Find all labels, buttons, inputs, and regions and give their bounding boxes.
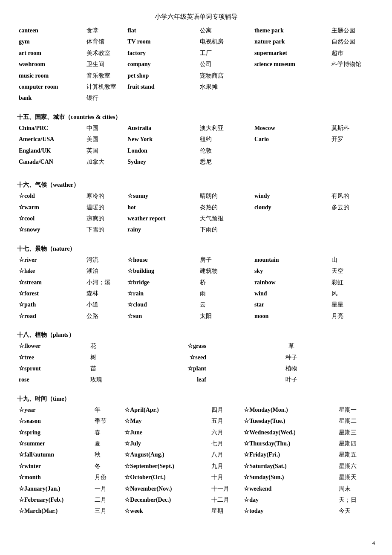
vocab-cell: 草 (256, 341, 327, 352)
vocab-cell: ☆road (17, 311, 85, 322)
vocab-cell: 太阳 (198, 311, 253, 322)
vocab-cell (208, 341, 256, 352)
vocab-cell: 体育馆 (85, 36, 126, 47)
vocab-cell: Cario (253, 134, 330, 145)
vocab-cell: weather report (126, 213, 198, 224)
table-row: ☆lake湖泊☆building建筑物sky天空 (17, 266, 375, 277)
vocab-cell: 加拿大 (85, 156, 126, 168)
vocab-cell: ☆July (123, 438, 210, 449)
vocab-cell: moon (253, 311, 330, 322)
vocab-cell: ☆path (17, 299, 85, 310)
section19-table: ☆year年☆April(Apr.)四月☆Monday(Mon.)星期一☆sea… (17, 405, 375, 517)
vocab-cell: 一月 (93, 483, 123, 494)
vocab-cell: gym (17, 36, 85, 47)
vocab-cell (327, 341, 375, 352)
section18-header: 十八、植物（plants） (17, 326, 375, 341)
vocab-cell: 美术教室 (85, 48, 126, 59)
vocab-cell: sky (253, 266, 330, 277)
vocab-cell: 湖泊 (85, 266, 126, 277)
vocab-cell: 卫生间 (85, 59, 126, 70)
vocab-cell: 公寓 (198, 25, 253, 36)
table-row: ☆road公路☆sun太阳moon月亮 (17, 311, 375, 322)
vocab-cell: ☆December(Dec.) (123, 494, 210, 506)
table-row: ☆month月份☆October(Oct.)十月☆Sunday(Sun.)星期天 (17, 472, 375, 483)
vocab-cell: 开罗 (330, 134, 375, 145)
section16-header: 十六、气候（weather） (17, 176, 375, 191)
page-title: 小学六年级英语单词专项辅导 (17, 13, 375, 21)
vocab-cell (330, 224, 375, 235)
vocab-cell: 今天 (337, 506, 375, 517)
vocab-cell: 澳大利亚 (198, 123, 253, 134)
vocab-cell: 自然公园 (330, 36, 375, 47)
vocab-cell: pet shop (126, 70, 198, 81)
vocab-cell: ☆season (17, 416, 93, 427)
vocab-cell: 四月 (210, 405, 242, 416)
vocab-cell: 星期二 (337, 416, 375, 427)
vocab-cell: ☆March(Mar.) (17, 506, 93, 517)
vocab-cell: ☆flower (17, 341, 89, 352)
table-row: ☆river河流☆house房子mountain山 (17, 254, 375, 266)
vocab-cell: ☆spring (17, 427, 93, 438)
vocab-cell: 公路 (85, 311, 126, 322)
table-row: ☆cold寒冷的☆sunny晴朗的windy有风的 (17, 191, 375, 202)
vocab-cell: 星星 (330, 299, 375, 310)
vocab-cell: 晴朗的 (198, 191, 253, 202)
vocab-cell: ☆Tuesday(Tue.) (242, 416, 337, 427)
vocab-cell: 天；日 (337, 494, 375, 506)
vocab-cell: 十月 (210, 472, 242, 483)
vocab-cell: 炎热的 (198, 202, 253, 213)
vocab-cell (253, 70, 330, 81)
vocab-cell: London (126, 145, 198, 156)
vocab-cell: 多云的 (330, 202, 375, 213)
vocab-cell: 十一月 (210, 483, 242, 494)
vocab-cell (330, 92, 375, 104)
vocab-cell: 天气预报 (198, 213, 253, 224)
vocab-cell: ☆sun (126, 311, 198, 322)
vocab-cell: 春 (93, 427, 123, 438)
table-row: bank银行 (17, 92, 375, 104)
table-row: washroom卫生间company公司science museum科学博物馆 (17, 59, 375, 70)
vocab-cell: ☆sprout (17, 363, 89, 374)
vocab-cell: rose (17, 374, 89, 385)
vocab-cell: 三月 (93, 506, 123, 517)
vocab-cell: ☆winter (17, 461, 93, 472)
table-row: ☆flower花☆grass草 (17, 341, 375, 352)
vocab-cell (330, 213, 375, 224)
vocab-cell: canteen (17, 25, 85, 36)
vocab-cell: 有风的 (330, 191, 375, 202)
vocab-cell: ☆tree (17, 352, 89, 363)
vocab-cell: 河流 (85, 254, 126, 266)
vocab-cell (208, 363, 256, 374)
vocab-cell: ☆river (17, 254, 85, 266)
vocab-cell: 房子 (198, 254, 253, 266)
vocab-cell: leaf (136, 374, 208, 385)
vocab-cell: 小道 (85, 299, 126, 310)
top-vocab-table: canteen食堂flat公寓theme park主题公园gym体育馆TV ro… (17, 25, 375, 104)
page-number: 4 (372, 540, 375, 546)
vocab-cell: 公司 (198, 59, 253, 70)
vocab-cell (330, 81, 375, 92)
vocab-cell: ☆today (242, 506, 337, 517)
vocab-cell: 寒冷的 (85, 191, 126, 202)
vocab-cell: ☆warm (17, 202, 85, 213)
vocab-cell: music room (17, 70, 85, 81)
vocab-cell (253, 92, 330, 104)
vocab-cell: ☆house (126, 254, 198, 266)
vocab-cell: nature park (253, 36, 330, 47)
vocab-cell: 月份 (93, 472, 123, 483)
vocab-cell (330, 70, 375, 81)
section15-table: China/PRC中国Australia澳大利亚Moscow莫斯科America… (17, 123, 375, 168)
vocab-cell: Canada/CAN (17, 156, 85, 168)
vocab-cell: 星期 (210, 506, 242, 517)
vocab-cell: 水果摊 (198, 81, 253, 92)
vocab-cell: ☆August(Aug.) (123, 449, 210, 460)
vocab-cell: 天空 (330, 266, 375, 277)
vocab-cell: New York (126, 134, 198, 145)
vocab-cell (208, 374, 256, 385)
vocab-cell: ☆cold (17, 191, 85, 202)
vocab-cell: 下雨的 (198, 224, 253, 235)
vocab-cell: 夏 (93, 438, 123, 449)
vocab-cell: 花 (89, 341, 136, 352)
vocab-cell: mountain (253, 254, 330, 266)
table-row: ☆path小道☆cloud云star星星 (17, 299, 375, 310)
